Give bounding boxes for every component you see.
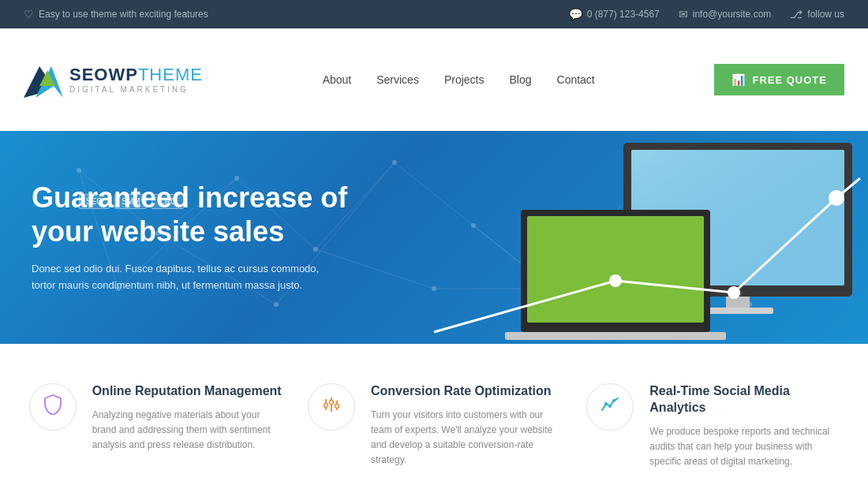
feature-text-1: Conversion Rate Optimization Turn your v… (371, 383, 560, 468)
logo-seo: SEO (69, 65, 108, 84)
phone-item[interactable]: 💬 0 (877) 123-4567 (569, 8, 660, 21)
svg-rect-40 (702, 308, 773, 314)
svg-point-51 (329, 401, 333, 405)
feature-icon-wrap-0 (29, 383, 77, 431)
tagline-container: ♡ Easy to use theme with exciting featur… (24, 8, 208, 21)
nav-blog[interactable]: Blog (509, 73, 531, 86)
feature-title-0: Online Reputation Management (92, 383, 282, 400)
chart-bar-icon: 📊 (731, 73, 746, 86)
chart-line-icon (600, 396, 619, 418)
cta-label: FREE QUOTE (752, 74, 827, 86)
email-icon: ✉ (679, 8, 688, 21)
logo[interactable]: SEOWPTHEME DIGITAL MARKETING (24, 62, 203, 98)
feature-icon-wrap-2 (586, 383, 634, 431)
svg-rect-39 (726, 297, 750, 308)
hero-illustration (395, 131, 868, 344)
hero-tags: SEO SMM CRO (79, 194, 184, 209)
tag-smm: SMM (114, 194, 147, 209)
email-text: info@yoursite.com (693, 9, 772, 20)
svg-point-55 (612, 399, 615, 402)
heart-icon: ♡ (24, 8, 34, 21)
svg-point-53 (604, 402, 608, 405)
nav-services[interactable]: Services (376, 73, 419, 86)
hero-section: Guaranteed increase of your website sale… (0, 131, 868, 344)
logo-wp: WP (108, 65, 137, 84)
logo-subtitle: DIGITAL MARKETING (69, 85, 203, 94)
feature-title-2: Real-Time Social Media Analytics (649, 383, 839, 416)
svg-rect-42 (527, 216, 704, 323)
feature-text-2: Real-Time Social Media Analytics We prod… (649, 383, 839, 469)
svg-point-54 (608, 405, 612, 408)
tag-seo: SEO (79, 194, 110, 209)
email-item[interactable]: ✉ info@yoursite.com (679, 8, 772, 21)
logo-icon (24, 62, 63, 98)
feature-item-1: Conversion Rate Optimization Turn your v… (308, 383, 560, 469)
features-section: Online Reputation Management Analyzing n… (0, 344, 868, 500)
nav-projects[interactable]: Projects (444, 73, 485, 86)
hero-title: Guaranteed increase of your website sale… (32, 181, 371, 248)
feature-desc-1: Turn your visitors into customers with o… (371, 408, 560, 468)
monitors-svg (410, 131, 868, 344)
main-nav: About Services Projects Blog Contact (323, 73, 595, 86)
logo-theme: THEME (138, 65, 203, 84)
svg-point-44 (609, 274, 622, 287)
shield-icon (43, 394, 62, 420)
nav-about[interactable]: About (323, 73, 352, 86)
hero-description: Donec sed odio dui. Fusce dapibus, tellu… (32, 261, 331, 294)
sliders-icon (323, 396, 340, 418)
phone-text: 0 (877) 123-4567 (587, 9, 660, 20)
share-icon: ⎇ (790, 8, 803, 21)
site-header: SEOWPTHEME DIGITAL MARKETING About Servi… (0, 28, 868, 131)
logo-text: SEOWPTHEME DIGITAL MARKETING (69, 65, 203, 93)
feature-icon-wrap-1 (308, 383, 355, 431)
feature-title-1: Conversion Rate Optimization (371, 383, 560, 400)
feature-item-0: Online Reputation Management Analyzing n… (29, 383, 282, 469)
svg-point-45 (728, 286, 740, 299)
top-bar: ♡ Easy to use theme with exciting featur… (0, 0, 868, 28)
tag-cro: CRO (152, 194, 183, 209)
social-item[interactable]: ⎇ follow us (790, 8, 844, 21)
feature-item-2: Real-Time Social Media Analytics We prod… (586, 383, 839, 469)
feature-desc-0: Analyzing negative materials about your … (92, 408, 282, 453)
svg-rect-43 (505, 332, 726, 340)
svg-point-50 (324, 404, 327, 408)
phone-icon: 💬 (569, 8, 582, 21)
feature-desc-2: We produce bespoke reports and technical… (649, 424, 839, 470)
follow-text: follow us (807, 9, 844, 20)
logo-brand: SEOWPTHEME (69, 65, 203, 84)
tagline-text: Easy to use theme with exciting features (39, 9, 208, 20)
contact-bar: 💬 0 (877) 123-4567 ✉ info@yoursite.com ⎇… (569, 8, 844, 21)
nav-contact[interactable]: Contact (557, 73, 595, 86)
svg-point-52 (335, 405, 339, 409)
feature-text-0: Online Reputation Management Analyzing n… (92, 383, 282, 453)
cta-button[interactable]: 📊 FREE QUOTE (714, 64, 844, 95)
svg-point-46 (829, 190, 844, 206)
